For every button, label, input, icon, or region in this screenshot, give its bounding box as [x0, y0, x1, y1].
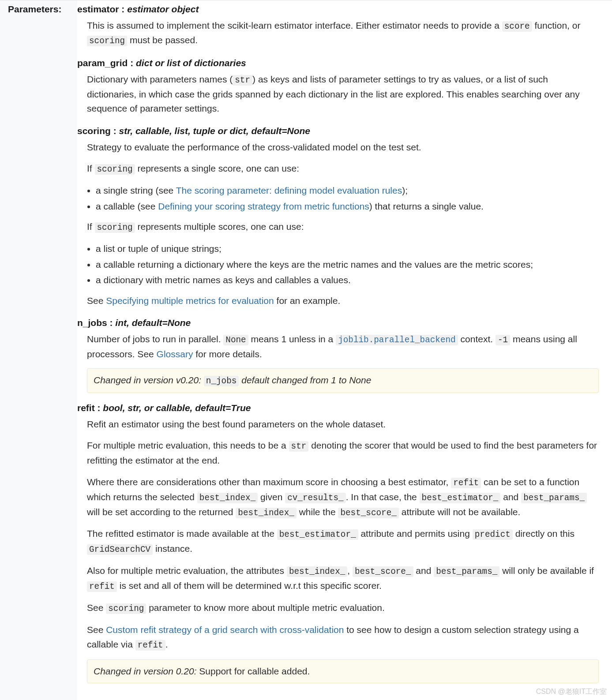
param-desc-text: See Custom refit strategy of a grid sear… [87, 623, 599, 652]
param-estimator: estimator : estimator object This is ass… [77, 2, 599, 48]
link-multiple-metrics[interactable]: Specifying multiple metrics for evaluati… [106, 296, 274, 306]
param-desc-text: The refitted estimator is made available… [87, 527, 599, 557]
list-item: a list or tuple of unique strings; [96, 242, 599, 256]
param-scoring: scoring : str, callable, list, tuple or … [77, 124, 599, 308]
param-desc-text: See scoring parameter to know more about… [87, 601, 599, 616]
code-best-params: best_params_ [521, 493, 587, 503]
list-item: a dictionary with metric names as keys a… [96, 273, 599, 288]
param-desc-text: Also for multiple metric evaluation, the… [87, 564, 599, 594]
param-name: estimator [77, 4, 119, 14]
param-type: int, default=None [115, 318, 191, 328]
param-desc-text: If scoring represents a single score, on… [87, 161, 599, 176]
version-changed-note: Changed in version 0.20: Support for cal… [87, 659, 599, 684]
code-best-index: best_index_ [236, 508, 296, 518]
link-scoring-parameter[interactable]: The scoring parameter: defining model ev… [176, 185, 402, 195]
code-minus-one: -1 [496, 335, 510, 345]
param-desc-text: Number of jobs to run in parallel. None … [87, 332, 599, 361]
code-str: str [233, 75, 252, 86]
link-glossary[interactable]: Glossary [157, 349, 193, 359]
version-changed-note: Changed in version v0.20: n_jobs default… [87, 368, 599, 393]
param-param-grid: param_grid : dict or list of dictionarie… [77, 56, 599, 116]
code-score: score [502, 21, 532, 32]
link-scoring-strategy[interactable]: Defining your scoring strategy from metr… [158, 201, 369, 211]
param-desc-text: If scoring represents multiple scores, o… [87, 220, 599, 235]
param-n-jobs: n_jobs : int, default=None Number of job… [77, 316, 599, 393]
code-scoring: scoring [95, 164, 135, 175]
param-desc-text: Refit an estimator using the best found … [87, 417, 599, 432]
param-type: estimator object [127, 4, 199, 14]
code-scoring: scoring [87, 36, 127, 46]
code-best-params: best_params_ [434, 566, 499, 577]
link-joblib-backend[interactable]: joblib.parallel_backend [336, 334, 458, 344]
param-desc-text: Dictionary with parameters names (str) a… [87, 72, 599, 116]
bullet-list: a list or tuple of unique strings; a cal… [87, 242, 599, 288]
list-item: a callable (see Defining your scoring st… [96, 199, 599, 214]
watermark: CSDN @老狼IT工作室 [536, 687, 607, 696]
param-desc-text: Where there are considerations other tha… [87, 475, 599, 520]
code-scoring: scoring [95, 222, 135, 233]
code-best-index: best_index_ [287, 566, 347, 577]
code-predict: predict [473, 529, 513, 540]
param-type: dict or list of dictionaries [136, 58, 246, 68]
code-best-estimator: best_estimator_ [277, 529, 358, 540]
code-joblib-backend: joblib.parallel_backend [336, 335, 458, 345]
code-str: str [289, 441, 309, 452]
param-type: bool, str, or callable, default=True [103, 403, 251, 413]
bullet-list: a single string (see The scoring paramet… [87, 183, 599, 213]
link-custom-refit[interactable]: Custom refit strategy of a grid search w… [106, 625, 344, 635]
param-desc-text: Strategy to evaluate the performance of … [87, 140, 599, 155]
code-none: None [223, 335, 248, 345]
code-refit: refit [87, 581, 117, 592]
code-refit: refit [451, 478, 481, 488]
list-item: a callable returning a dictionary where … [96, 258, 599, 272]
code-best-estimator: best_estimator_ [420, 493, 501, 503]
code-best-score: best_score_ [353, 566, 413, 577]
code-refit: refit [135, 640, 165, 651]
code-best-index: best_index_ [197, 493, 258, 503]
code-cv-results: cv_results_ [285, 493, 345, 503]
list-item: a single string (see The scoring paramet… [96, 183, 599, 198]
param-name: param_grid [77, 58, 128, 68]
param-desc-text: This is assumed to implement the scikit-… [87, 19, 599, 49]
code-best-score: best_score_ [338, 508, 398, 518]
param-type: str, callable, list, tuple or dict, defa… [119, 126, 311, 136]
param-name: scoring [77, 126, 111, 136]
param-desc-text: See Specifying multiple metrics for eval… [87, 294, 599, 308]
parameters-label: Parameters: [0, 0, 77, 700]
param-name: n_jobs [77, 318, 107, 328]
code-scoring: scoring [106, 603, 146, 614]
parameters-body: estimator : estimator object This is ass… [77, 0, 612, 700]
param-name: refit [77, 403, 95, 413]
code-gridsearchcv: GridSearchCV [87, 544, 153, 555]
param-refit: refit : bool, str, or callable, default=… [77, 401, 599, 683]
code-njobs: n_jobs [204, 376, 239, 386]
param-desc-text: For multiple metric evaluation, this nee… [87, 438, 599, 468]
